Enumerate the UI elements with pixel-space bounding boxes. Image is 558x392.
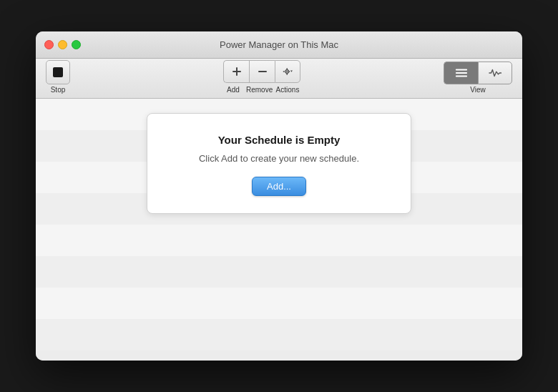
empty-add-button[interactable]: Add... xyxy=(252,177,306,196)
add-button[interactable] xyxy=(223,60,249,83)
empty-schedule-title: Your Schedule is Empty xyxy=(218,134,341,146)
view-label: View xyxy=(470,86,486,94)
svg-rect-5 xyxy=(286,68,288,69)
stripe-row xyxy=(36,319,522,351)
traffic-lights xyxy=(36,40,81,49)
stop-label: Stop xyxy=(51,86,66,94)
actions-button[interactable] xyxy=(275,60,300,83)
main-content: Your Schedule is Empty Click Add to crea… xyxy=(36,99,522,361)
maximize-button[interactable] xyxy=(72,40,81,49)
add-toolbar-item[interactable]: Add Remove Actions xyxy=(220,60,303,94)
chart-view-button[interactable] xyxy=(478,62,512,84)
list-icon xyxy=(455,67,468,79)
titlebar: Power Manager on This Mac xyxy=(36,31,522,59)
empty-schedule-subtitle: Click Add to create your new schedule. xyxy=(199,153,359,164)
svg-marker-9 xyxy=(290,70,293,72)
stop-icon xyxy=(53,67,63,77)
view-segmented-control xyxy=(444,62,512,84)
main-window: Power Manager on This Mac Stop xyxy=(36,31,522,361)
svg-rect-8 xyxy=(288,71,290,72)
svg-rect-7 xyxy=(283,71,285,72)
remove-button[interactable] xyxy=(249,60,275,83)
svg-rect-12 xyxy=(455,76,466,77)
actions-icon xyxy=(283,67,293,77)
stop-button[interactable] xyxy=(46,60,70,84)
plus-icon xyxy=(232,67,242,77)
svg-rect-6 xyxy=(286,74,288,75)
remove-label: Remove xyxy=(246,86,272,94)
window-title: Power Manager on This Mac xyxy=(220,39,338,50)
activity-icon xyxy=(489,67,501,79)
view-group: View xyxy=(444,62,512,94)
toolbar: Stop xyxy=(36,59,522,99)
svg-rect-11 xyxy=(455,72,466,74)
minimize-button[interactable] xyxy=(58,40,67,49)
minus-icon xyxy=(258,67,268,77)
stripe-row xyxy=(36,288,522,319)
svg-point-4 xyxy=(286,71,288,72)
list-view-button[interactable] xyxy=(444,62,478,84)
toolbar-right-group: View xyxy=(444,62,522,94)
toolbar-center-group: Add Remove Actions xyxy=(80,60,444,94)
close-button[interactable] xyxy=(44,40,54,49)
stripe-row xyxy=(36,225,522,256)
actions-label: Actions xyxy=(272,86,303,94)
stripe-row xyxy=(36,256,522,288)
stop-toolbar-item[interactable]: Stop xyxy=(36,60,80,94)
add-label: Add xyxy=(220,86,246,94)
empty-schedule-card: Your Schedule is Empty Click Add to crea… xyxy=(147,113,411,214)
svg-rect-10 xyxy=(455,69,466,71)
